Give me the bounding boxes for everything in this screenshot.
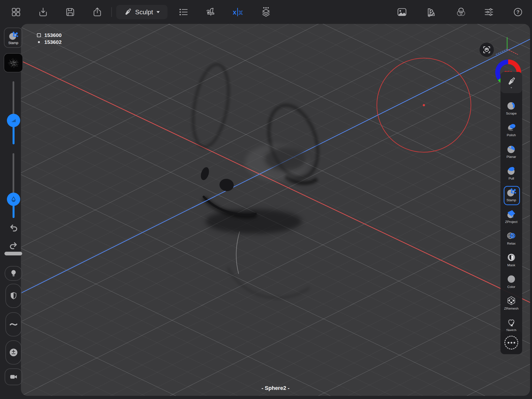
toolbar-drag-handle[interactable] bbox=[4, 252, 22, 255]
more-brushes-button[interactable] bbox=[504, 336, 518, 349]
brush-zproject[interactable]: ZProject bbox=[500, 209, 522, 224]
brush-pull[interactable]: Pull bbox=[500, 166, 522, 180]
plus-minus-icon bbox=[8, 347, 19, 358]
faces-bullet-icon bbox=[37, 33, 41, 37]
alpha-texture-icon bbox=[4, 54, 23, 72]
vertices-bullet-icon bbox=[38, 41, 40, 43]
postprocess-circles-icon[interactable] bbox=[455, 6, 467, 18]
cube-scan-icon bbox=[482, 45, 492, 55]
chevron-down-icon bbox=[155, 9, 161, 15]
stamp-tool-icon bbox=[8, 31, 18, 41]
alpha-texture-tile[interactable] bbox=[4, 53, 23, 72]
brush-cursor bbox=[377, 58, 471, 152]
sculpt-brush-icon bbox=[123, 7, 133, 17]
selected-brush-outline bbox=[504, 186, 520, 205]
save-icon[interactable] bbox=[64, 6, 77, 18]
axis-gizmo bbox=[496, 37, 518, 55]
background-image-icon[interactable] bbox=[396, 6, 408, 18]
symmetry-icon[interactable]: x x bbox=[231, 6, 244, 18]
model-body bbox=[225, 191, 336, 302]
sculpt-viewport[interactable]: 65° 153600 153602 - Sphere2 - bbox=[21, 24, 530, 396]
mesh-counters: 153600 153602 bbox=[37, 32, 62, 46]
scene-list-icon[interactable] bbox=[177, 6, 190, 18]
more-brushes-panel bbox=[500, 331, 522, 354]
undo-icon bbox=[8, 222, 19, 233]
brush-relax[interactable]: Relax bbox=[500, 231, 522, 245]
layers-icon[interactable] bbox=[260, 6, 272, 18]
brush-color[interactable]: Color bbox=[500, 274, 522, 289]
import-icon[interactable] bbox=[37, 6, 50, 18]
pottery-lathe-icon[interactable] bbox=[204, 6, 217, 18]
record-turntable-button[interactable] bbox=[5, 368, 22, 385]
help-icon[interactable]: ? bbox=[512, 6, 524, 18]
active-tool-button[interactable]: Stamp bbox=[4, 28, 23, 48]
face-count: 153600 bbox=[44, 32, 62, 38]
brush-zremesh[interactable]: ZRemesh bbox=[500, 296, 522, 310]
share-icon[interactable] bbox=[91, 6, 104, 18]
brush-sketch[interactable]: Sketch bbox=[500, 317, 522, 332]
svg-text:?: ? bbox=[516, 9, 519, 15]
brush-icon bbox=[506, 76, 517, 87]
brush-intensity-slider[interactable] bbox=[9, 153, 18, 218]
x-axis-line bbox=[21, 61, 530, 302]
svg-text:x: x bbox=[239, 9, 243, 16]
shield-icon bbox=[9, 291, 18, 300]
model-left-ear bbox=[183, 31, 265, 154]
stroke-falloff-button[interactable] bbox=[5, 312, 22, 336]
lighting-button[interactable] bbox=[5, 266, 22, 281]
view-gizmo-button[interactable] bbox=[480, 43, 494, 57]
mode-label: Sculpt bbox=[135, 8, 153, 16]
top-toolbar: Sculpt x x bbox=[0, 0, 532, 24]
active-tool-label: Stamp bbox=[8, 41, 18, 45]
brush-mask[interactable]: Mask bbox=[500, 252, 522, 267]
brush-scrape[interactable]: Scrape bbox=[500, 100, 522, 115]
redo-icon bbox=[8, 240, 19, 251]
settings-sliders-icon[interactable] bbox=[482, 6, 495, 18]
model-eyes bbox=[199, 166, 234, 192]
brush-type-panel[interactable] bbox=[500, 72, 522, 93]
vertex-count: 153602 bbox=[44, 39, 62, 45]
add-subtract-button[interactable] bbox=[5, 340, 22, 365]
redo-button[interactable] bbox=[7, 239, 20, 252]
scene-3d: 65° bbox=[21, 24, 530, 396]
intensity-slider-handle[interactable] bbox=[7, 193, 20, 206]
brush-polish[interactable]: Polish bbox=[500, 122, 522, 137]
active-object-label: - Sphere2 - bbox=[21, 385, 530, 391]
intensity-droplet-icon bbox=[10, 196, 17, 202]
toolbar-divider bbox=[111, 7, 112, 17]
brush-planar[interactable]: Planar bbox=[500, 144, 522, 159]
size-ramp-icon bbox=[10, 117, 17, 124]
mode-dropdown[interactable]: Sculpt bbox=[116, 5, 167, 19]
lightbulb-icon bbox=[9, 269, 18, 278]
apps-grid-icon[interactable] bbox=[10, 6, 22, 18]
stroke-curve-icon bbox=[9, 319, 18, 329]
brush-size-slider[interactable] bbox=[9, 81, 18, 144]
video-camera-icon bbox=[9, 372, 18, 382]
materials-swatches-icon[interactable] bbox=[425, 6, 437, 18]
undo-button[interactable] bbox=[7, 222, 20, 234]
masking-button[interactable] bbox=[5, 284, 22, 308]
svg-text:x: x bbox=[233, 9, 236, 16]
chevron-down-icon bbox=[509, 87, 513, 89]
size-slider-handle[interactable] bbox=[7, 114, 20, 127]
